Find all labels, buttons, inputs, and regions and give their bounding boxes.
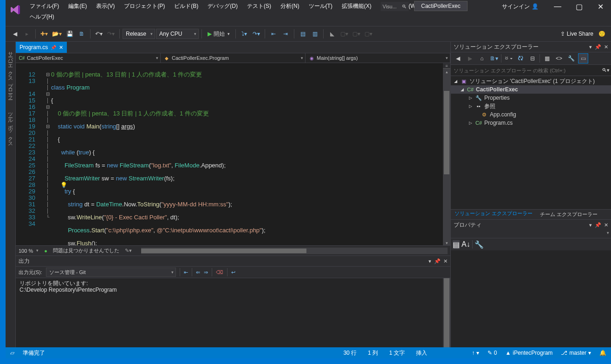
step-over-button[interactable]: ↷▾ <box>251 28 262 39</box>
window-close[interactable]: ✕ <box>590 0 611 13</box>
goto-button[interactable]: ⇤ <box>184 269 188 275</box>
crumb-project[interactable]: C#CactiPollerExec <box>16 53 161 63</box>
brush-icon[interactable]: ✎▾ <box>125 248 132 254</box>
close-icon[interactable]: ✕ <box>604 44 608 50</box>
properties-target-combo[interactable] <box>451 230 611 238</box>
se-showall[interactable]: ▦ <box>542 53 552 64</box>
undo-button[interactable]: ↶▾ <box>93 28 104 39</box>
menu-file[interactable]: ファイル(F) <box>25 1 64 12</box>
pin-icon[interactable]: 📌 <box>595 44 601 50</box>
editor-scrollbar-h[interactable] <box>141 248 448 254</box>
zoom-combo[interactable]: 100 % <box>19 248 39 254</box>
lightbulb-icon[interactable]: 💡 <box>60 182 67 188</box>
redo-button[interactable]: ↷▾ <box>105 28 117 39</box>
menu-view[interactable]: 表示(V) <box>91 1 119 12</box>
close-icon[interactable]: ✕ <box>59 45 63 51</box>
uncomment-button[interactable]: ▥ <box>309 28 320 39</box>
editor-scrollbar-v[interactable]: ≡ ▴ ▾ <box>443 63 450 245</box>
platform-combo[interactable]: Any CPU <box>156 29 199 39</box>
crumb-method[interactable]: ◉Main(string[] args) <box>306 53 450 63</box>
save-button[interactable]: 💾 <box>64 28 75 39</box>
se-preview[interactable]: ▭ <box>578 53 588 64</box>
solution-tree[interactable]: ◢▣ソリューション 'CactiPollerExec' (1 プロジェクト) ◢… <box>451 76 611 209</box>
indent-dec-button[interactable]: ⇤ <box>268 28 279 39</box>
status-repo[interactable]: ▲iPentecProgram <box>505 350 552 356</box>
se-scope[interactable]: ఠ▾ <box>503 53 514 64</box>
tab-team-explorer[interactable]: チーム エクスプローラー <box>536 210 601 219</box>
liveshare-button[interactable]: ⇪Live Share <box>560 31 593 37</box>
menu-tools[interactable]: ツール(T) <box>304 1 337 12</box>
save-all-button[interactable]: 🗎 <box>76 28 87 39</box>
solution-explorer-search[interactable]: 🔍︎▾ <box>451 65 611 76</box>
tb-misc2[interactable]: ▢▾ <box>351 28 362 39</box>
comment-button[interactable]: ▤ <box>297 28 308 39</box>
title-search[interactable]: Visu... 🔍︎ <box>381 2 409 11</box>
close-icon[interactable]: ✕ <box>604 222 608 228</box>
se-search-input[interactable] <box>451 68 600 73</box>
panel-menu-icon[interactable]: ▾ <box>589 44 592 50</box>
output-scrollbar-v[interactable] <box>443 278 450 347</box>
new-project-button[interactable]: ✚▾ <box>39 28 50 39</box>
indent-inc-button[interactable]: ⇥ <box>280 28 291 39</box>
signin-button[interactable]: サインイン 👤 <box>498 1 542 13</box>
se-sync[interactable]: 🗎▾ <box>489 53 499 64</box>
props-events[interactable]: 🔧 <box>474 240 484 249</box>
window-minimize[interactable]: — <box>547 0 568 13</box>
pin-icon[interactable]: 📌 <box>434 258 441 264</box>
se-fwd[interactable]: ▶ <box>465 53 475 64</box>
pin-icon[interactable]: 📌 <box>595 222 601 228</box>
rail-toolbox[interactable]: ツールボックス <box>6 107 15 147</box>
status-add[interactable]: ↑ ▾ <box>472 350 479 356</box>
feedback-button[interactable]: 🙂 <box>596 28 607 39</box>
start-debug-button[interactable]: ▶開始▾ <box>205 28 233 39</box>
tb-misc3[interactable]: ▢▾ <box>363 28 374 39</box>
rail-server-explorer[interactable]: サーバー エクスプローラー <box>6 46 15 99</box>
se-collapse[interactable]: ⊟ <box>527 53 538 64</box>
tab-solution-explorer[interactable]: ソリューション エクスプローラー <box>451 209 536 219</box>
bookmark-button[interactable]: ◣ <box>326 28 338 39</box>
menu-build[interactable]: ビルド(B) <box>169 1 203 12</box>
menu-test[interactable]: テスト(S) <box>242 1 276 12</box>
props-az[interactable]: A↓ <box>462 240 470 249</box>
window-maximize[interactable]: ▢ <box>568 0 590 13</box>
se-code[interactable]: <> <box>554 53 564 64</box>
se-refresh[interactable]: 🗘 <box>515 53 526 64</box>
status-branch[interactable]: ⎇master ▾ <box>561 350 591 356</box>
output-body[interactable]: リポジトリを開いています: C:\Develop Repository\iPen… <box>16 278 450 347</box>
nav-back-button[interactable]: ◀ <box>9 28 20 39</box>
props-cat[interactable]: ▤ <box>453 240 460 249</box>
code-body[interactable]: 0 個の参照 | penta、13 日前 | 1 人の作成者、1 件の変更 cl… <box>51 63 443 245</box>
menu-debug[interactable]: デバッグ(D) <box>203 1 242 12</box>
clear-button[interactable]: ⌫ <box>216 269 223 275</box>
nav-fwd-button[interactable]: ▸ <box>21 28 32 39</box>
pencil-icon: ✎ <box>488 350 492 356</box>
panel-menu-icon[interactable]: ▾ <box>429 258 431 264</box>
tab-program-cs[interactable]: Program.cs 📌 ✕ <box>16 42 67 53</box>
fold-column[interactable]: ⊟││⊟│⊟││⊟│││││││││││││└ <box>45 63 51 245</box>
menu-analyze[interactable]: 分析(N) <box>276 1 304 12</box>
config-combo[interactable]: Release <box>123 29 155 39</box>
tb-misc1[interactable]: ▢▾ <box>338 28 350 39</box>
status-pending[interactable]: ✎0 <box>488 350 497 356</box>
se-props[interactable]: 🔧 <box>566 53 576 64</box>
menu-project[interactable]: プロジェクト(P) <box>119 1 169 12</box>
next-button[interactable]: ⇒ <box>204 269 208 275</box>
se-back[interactable]: ◀ <box>453 53 463 64</box>
step-into-button[interactable]: ⤵▾ <box>239 28 250 39</box>
pin-icon[interactable]: 📌 <box>51 45 56 50</box>
se-home[interactable]: ⌂ <box>477 53 487 64</box>
menu-edit[interactable]: 編集(E) <box>64 1 91 12</box>
menu-extensions[interactable]: 拡張機能(X) <box>337 1 376 12</box>
menu-help[interactable]: ヘルプ(H) <box>25 12 59 22</box>
status-bell[interactable]: 🔔 <box>599 350 606 356</box>
code-editor[interactable]: 1213 14151617181920212223242526272829303… <box>16 63 450 245</box>
close-icon[interactable]: ✕ <box>443 258 448 264</box>
csharp-icon: C# <box>475 120 482 126</box>
prev-button[interactable]: ⇐ <box>196 269 200 275</box>
panel-menu-icon[interactable]: ▾ <box>589 222 592 228</box>
wrap-button[interactable]: ↩ <box>231 269 235 275</box>
split-handle-icon[interactable]: ≡ <box>443 63 450 69</box>
open-button[interactable]: 📂▾ <box>51 28 63 39</box>
crumb-class[interactable]: ◆CactiPollerExec.Program <box>161 53 306 63</box>
output-from-combo[interactable]: ソース管理 - Git <box>46 268 176 277</box>
